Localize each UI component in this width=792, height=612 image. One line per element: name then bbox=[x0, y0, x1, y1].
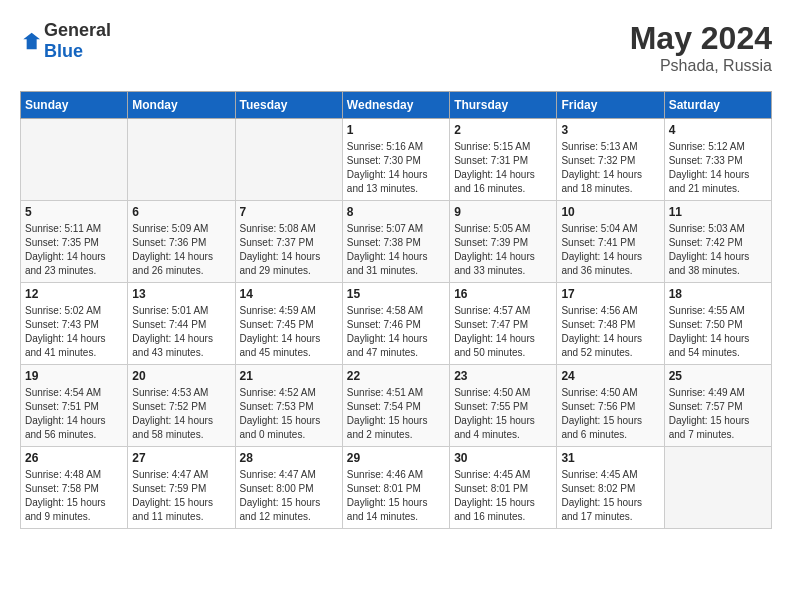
day-number: 22 bbox=[347, 369, 445, 383]
day-info: Sunrise: 4:45 AM Sunset: 8:01 PM Dayligh… bbox=[454, 468, 552, 524]
calendar-cell bbox=[235, 119, 342, 201]
day-info: Sunrise: 5:12 AM Sunset: 7:33 PM Dayligh… bbox=[669, 140, 767, 196]
day-info: Sunrise: 4:47 AM Sunset: 8:00 PM Dayligh… bbox=[240, 468, 338, 524]
day-info: Sunrise: 5:05 AM Sunset: 7:39 PM Dayligh… bbox=[454, 222, 552, 278]
calendar-cell: 22Sunrise: 4:51 AM Sunset: 7:54 PM Dayli… bbox=[342, 365, 449, 447]
day-number: 2 bbox=[454, 123, 552, 137]
day-number: 19 bbox=[25, 369, 123, 383]
calendar-cell: 16Sunrise: 4:57 AM Sunset: 7:47 PM Dayli… bbox=[450, 283, 557, 365]
logo-icon bbox=[20, 31, 40, 51]
calendar-cell: 30Sunrise: 4:45 AM Sunset: 8:01 PM Dayli… bbox=[450, 447, 557, 529]
day-number: 9 bbox=[454, 205, 552, 219]
day-info: Sunrise: 5:04 AM Sunset: 7:41 PM Dayligh… bbox=[561, 222, 659, 278]
day-info: Sunrise: 4:49 AM Sunset: 7:57 PM Dayligh… bbox=[669, 386, 767, 442]
day-number: 29 bbox=[347, 451, 445, 465]
day-info: Sunrise: 4:53 AM Sunset: 7:52 PM Dayligh… bbox=[132, 386, 230, 442]
day-number: 18 bbox=[669, 287, 767, 301]
calendar-cell: 9Sunrise: 5:05 AM Sunset: 7:39 PM Daylig… bbox=[450, 201, 557, 283]
calendar-header-thursday: Thursday bbox=[450, 92, 557, 119]
day-info: Sunrise: 4:46 AM Sunset: 8:01 PM Dayligh… bbox=[347, 468, 445, 524]
day-number: 25 bbox=[669, 369, 767, 383]
title-location: Pshada, Russia bbox=[630, 57, 772, 75]
calendar-body: 1Sunrise: 5:16 AM Sunset: 7:30 PM Daylig… bbox=[21, 119, 772, 529]
day-number: 15 bbox=[347, 287, 445, 301]
calendar-cell: 6Sunrise: 5:09 AM Sunset: 7:36 PM Daylig… bbox=[128, 201, 235, 283]
day-number: 24 bbox=[561, 369, 659, 383]
day-info: Sunrise: 4:54 AM Sunset: 7:51 PM Dayligh… bbox=[25, 386, 123, 442]
calendar-cell: 13Sunrise: 5:01 AM Sunset: 7:44 PM Dayli… bbox=[128, 283, 235, 365]
day-number: 30 bbox=[454, 451, 552, 465]
day-number: 21 bbox=[240, 369, 338, 383]
header: General Blue May 2024 Pshada, Russia bbox=[20, 20, 772, 75]
calendar-header-wednesday: Wednesday bbox=[342, 92, 449, 119]
calendar-cell: 29Sunrise: 4:46 AM Sunset: 8:01 PM Dayli… bbox=[342, 447, 449, 529]
calendar-cell: 3Sunrise: 5:13 AM Sunset: 7:32 PM Daylig… bbox=[557, 119, 664, 201]
day-number: 4 bbox=[669, 123, 767, 137]
day-info: Sunrise: 5:08 AM Sunset: 7:37 PM Dayligh… bbox=[240, 222, 338, 278]
calendar-cell: 7Sunrise: 5:08 AM Sunset: 7:37 PM Daylig… bbox=[235, 201, 342, 283]
day-number: 31 bbox=[561, 451, 659, 465]
calendar-header-saturday: Saturday bbox=[664, 92, 771, 119]
day-number: 3 bbox=[561, 123, 659, 137]
calendar-cell: 11Sunrise: 5:03 AM Sunset: 7:42 PM Dayli… bbox=[664, 201, 771, 283]
day-info: Sunrise: 5:09 AM Sunset: 7:36 PM Dayligh… bbox=[132, 222, 230, 278]
calendar-cell: 21Sunrise: 4:52 AM Sunset: 7:53 PM Dayli… bbox=[235, 365, 342, 447]
day-number: 17 bbox=[561, 287, 659, 301]
day-info: Sunrise: 5:02 AM Sunset: 7:43 PM Dayligh… bbox=[25, 304, 123, 360]
day-number: 23 bbox=[454, 369, 552, 383]
calendar-header-friday: Friday bbox=[557, 92, 664, 119]
day-number: 27 bbox=[132, 451, 230, 465]
day-number: 5 bbox=[25, 205, 123, 219]
day-info: Sunrise: 4:52 AM Sunset: 7:53 PM Dayligh… bbox=[240, 386, 338, 442]
calendar-cell: 31Sunrise: 4:45 AM Sunset: 8:02 PM Dayli… bbox=[557, 447, 664, 529]
svg-marker-0 bbox=[23, 33, 40, 50]
day-number: 20 bbox=[132, 369, 230, 383]
calendar-cell: 2Sunrise: 5:15 AM Sunset: 7:31 PM Daylig… bbox=[450, 119, 557, 201]
calendar-cell: 15Sunrise: 4:58 AM Sunset: 7:46 PM Dayli… bbox=[342, 283, 449, 365]
calendar-cell: 4Sunrise: 5:12 AM Sunset: 7:33 PM Daylig… bbox=[664, 119, 771, 201]
title-month: May 2024 bbox=[630, 20, 772, 57]
calendar-week-2: 5Sunrise: 5:11 AM Sunset: 7:35 PM Daylig… bbox=[21, 201, 772, 283]
day-info: Sunrise: 4:47 AM Sunset: 7:59 PM Dayligh… bbox=[132, 468, 230, 524]
day-number: 13 bbox=[132, 287, 230, 301]
calendar-week-1: 1Sunrise: 5:16 AM Sunset: 7:30 PM Daylig… bbox=[21, 119, 772, 201]
day-number: 16 bbox=[454, 287, 552, 301]
day-info: Sunrise: 4:55 AM Sunset: 7:50 PM Dayligh… bbox=[669, 304, 767, 360]
day-info: Sunrise: 5:01 AM Sunset: 7:44 PM Dayligh… bbox=[132, 304, 230, 360]
day-info: Sunrise: 4:57 AM Sunset: 7:47 PM Dayligh… bbox=[454, 304, 552, 360]
day-info: Sunrise: 5:16 AM Sunset: 7:30 PM Dayligh… bbox=[347, 140, 445, 196]
calendar-cell: 20Sunrise: 4:53 AM Sunset: 7:52 PM Dayli… bbox=[128, 365, 235, 447]
calendar-cell bbox=[128, 119, 235, 201]
calendar-week-5: 26Sunrise: 4:48 AM Sunset: 7:58 PM Dayli… bbox=[21, 447, 772, 529]
calendar-cell: 24Sunrise: 4:50 AM Sunset: 7:56 PM Dayli… bbox=[557, 365, 664, 447]
day-info: Sunrise: 5:07 AM Sunset: 7:38 PM Dayligh… bbox=[347, 222, 445, 278]
day-number: 28 bbox=[240, 451, 338, 465]
day-info: Sunrise: 4:56 AM Sunset: 7:48 PM Dayligh… bbox=[561, 304, 659, 360]
day-number: 11 bbox=[669, 205, 767, 219]
calendar-header-monday: Monday bbox=[128, 92, 235, 119]
day-info: Sunrise: 4:58 AM Sunset: 7:46 PM Dayligh… bbox=[347, 304, 445, 360]
day-info: Sunrise: 4:50 AM Sunset: 7:56 PM Dayligh… bbox=[561, 386, 659, 442]
day-info: Sunrise: 4:51 AM Sunset: 7:54 PM Dayligh… bbox=[347, 386, 445, 442]
calendar-cell: 27Sunrise: 4:47 AM Sunset: 7:59 PM Dayli… bbox=[128, 447, 235, 529]
calendar-cell: 12Sunrise: 5:02 AM Sunset: 7:43 PM Dayli… bbox=[21, 283, 128, 365]
calendar-cell: 1Sunrise: 5:16 AM Sunset: 7:30 PM Daylig… bbox=[342, 119, 449, 201]
logo-general: General bbox=[44, 20, 111, 40]
day-info: Sunrise: 5:15 AM Sunset: 7:31 PM Dayligh… bbox=[454, 140, 552, 196]
calendar-header-sunday: Sunday bbox=[21, 92, 128, 119]
calendar-cell: 17Sunrise: 4:56 AM Sunset: 7:48 PM Dayli… bbox=[557, 283, 664, 365]
day-number: 1 bbox=[347, 123, 445, 137]
day-info: Sunrise: 4:50 AM Sunset: 7:55 PM Dayligh… bbox=[454, 386, 552, 442]
day-info: Sunrise: 4:45 AM Sunset: 8:02 PM Dayligh… bbox=[561, 468, 659, 524]
day-info: Sunrise: 5:11 AM Sunset: 7:35 PM Dayligh… bbox=[25, 222, 123, 278]
calendar-cell: 25Sunrise: 4:49 AM Sunset: 7:57 PM Dayli… bbox=[664, 365, 771, 447]
day-number: 7 bbox=[240, 205, 338, 219]
calendar-header-tuesday: Tuesday bbox=[235, 92, 342, 119]
calendar-cell bbox=[664, 447, 771, 529]
calendar-week-3: 12Sunrise: 5:02 AM Sunset: 7:43 PM Dayli… bbox=[21, 283, 772, 365]
day-info: Sunrise: 5:13 AM Sunset: 7:32 PM Dayligh… bbox=[561, 140, 659, 196]
calendar-cell bbox=[21, 119, 128, 201]
calendar-cell: 8Sunrise: 5:07 AM Sunset: 7:38 PM Daylig… bbox=[342, 201, 449, 283]
logo-blue: Blue bbox=[44, 41, 83, 61]
day-number: 26 bbox=[25, 451, 123, 465]
